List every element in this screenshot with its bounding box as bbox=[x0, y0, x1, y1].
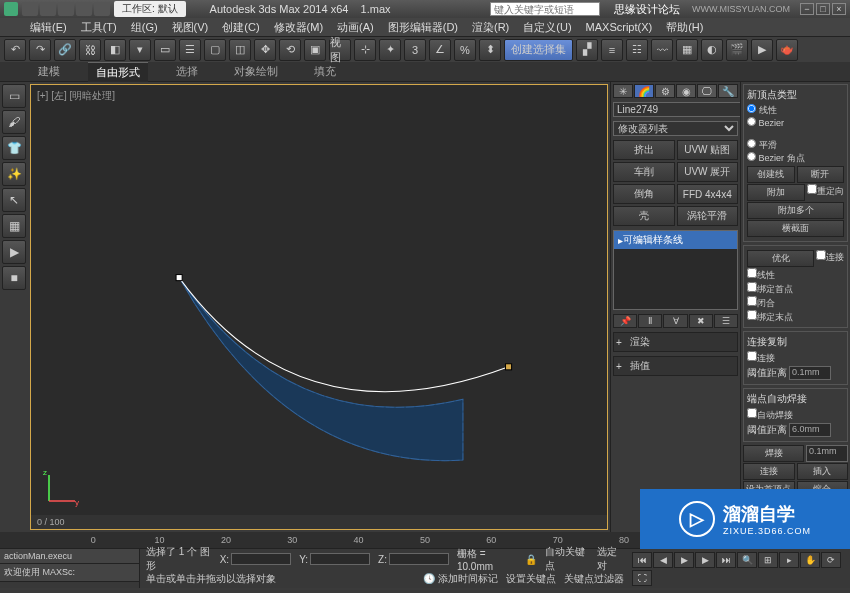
btn-extrude[interactable]: 挤出 bbox=[613, 140, 675, 160]
tab-hierarchy-icon[interactable]: ⚙ bbox=[655, 84, 675, 98]
stack-pin[interactable]: 📌 bbox=[613, 314, 637, 328]
tool-cursor[interactable]: ↖ bbox=[2, 188, 26, 212]
btn-attach[interactable]: 附加 bbox=[747, 184, 805, 201]
mirror-button[interactable]: ▞ bbox=[576, 39, 598, 61]
btn-turbosmooth[interactable]: 涡轮平滑 bbox=[677, 206, 739, 226]
next-frame[interactable]: ▶ bbox=[695, 552, 715, 568]
render-button[interactable]: 🫖 bbox=[776, 39, 798, 61]
redo-button[interactable]: ↷ bbox=[29, 39, 51, 61]
btn-weld[interactable]: 焊接 bbox=[743, 445, 804, 462]
btn-attach-multi[interactable]: 附加多个 bbox=[747, 202, 844, 219]
ref-coord[interactable]: 视图 bbox=[329, 39, 351, 61]
coord-y[interactable] bbox=[310, 553, 370, 565]
stack-config[interactable]: ☰ bbox=[714, 314, 738, 328]
qat-btn[interactable] bbox=[94, 2, 110, 16]
key-filter-button[interactable]: 关键点过滤器 bbox=[564, 572, 624, 586]
tab-model[interactable]: 建模 bbox=[30, 62, 68, 81]
menu-maxscript[interactable]: MAXScript(X) bbox=[586, 21, 653, 33]
menu-graph[interactable]: 图形编辑器(D) bbox=[388, 20, 458, 35]
select-button[interactable]: ▭ bbox=[154, 39, 176, 61]
tab-object-paint[interactable]: 对象绘制 bbox=[226, 62, 286, 81]
manip-button[interactable]: ✦ bbox=[379, 39, 401, 61]
tool-brush[interactable]: 🖌 bbox=[2, 110, 26, 134]
spin-threshold[interactable]: 0.1mm bbox=[789, 366, 831, 380]
coord-x[interactable] bbox=[231, 553, 291, 565]
radio-linear[interactable]: 线性 bbox=[747, 104, 840, 117]
object-name-input[interactable] bbox=[613, 102, 748, 117]
nav-zoom-all[interactable]: ⊞ bbox=[758, 552, 778, 568]
maximize-button[interactable]: □ bbox=[816, 3, 830, 15]
stack-remove[interactable]: ✖ bbox=[689, 314, 713, 328]
search-input[interactable] bbox=[490, 2, 600, 16]
undo-button[interactable]: ↶ bbox=[4, 39, 26, 61]
set-key-button[interactable]: 设置关键点 bbox=[506, 572, 556, 586]
menu-animation[interactable]: 动画(A) bbox=[337, 20, 374, 35]
stack-unique[interactable]: ∀ bbox=[663, 314, 687, 328]
tool-stop[interactable]: ■ bbox=[2, 266, 26, 290]
nav-max[interactable]: ⛶ bbox=[632, 570, 652, 586]
tab-display-icon[interactable]: 🖵 bbox=[697, 84, 717, 98]
qat-btn[interactable] bbox=[40, 2, 56, 16]
btn-shell[interactable]: 壳 bbox=[613, 206, 675, 226]
maxscript-line1[interactable]: actionMan.execu bbox=[0, 549, 139, 564]
render-setup[interactable]: 🎬 bbox=[726, 39, 748, 61]
btn-refine[interactable]: 优化 bbox=[747, 250, 814, 267]
unlink-button[interactable]: ⛓ bbox=[79, 39, 101, 61]
tool-shirt[interactable]: 👕 bbox=[2, 136, 26, 160]
workspace-selector[interactable]: 工作区: 默认 bbox=[114, 1, 186, 17]
chk-copy-connect[interactable]: 连接 bbox=[747, 351, 844, 365]
btn-break[interactable]: 断开 bbox=[797, 166, 845, 183]
menu-help[interactable]: 帮助(H) bbox=[666, 20, 703, 35]
tab-motion-icon[interactable]: ◉ bbox=[676, 84, 696, 98]
maxscript-line2[interactable]: 欢迎使用 MAXSc: bbox=[0, 564, 139, 582]
menu-tools[interactable]: 工具(T) bbox=[81, 20, 117, 35]
menu-edit[interactable]: 编辑(E) bbox=[30, 20, 67, 35]
window-crossing[interactable]: ◫ bbox=[229, 39, 251, 61]
help-search[interactable] bbox=[490, 2, 600, 16]
goto-start[interactable]: ⏮ bbox=[632, 552, 652, 568]
nav-orbit[interactable]: ⟳ bbox=[821, 552, 841, 568]
qat-btn[interactable] bbox=[76, 2, 92, 16]
btn-insert[interactable]: 插入 bbox=[797, 463, 849, 480]
modifier-list[interactable]: 修改器列表 bbox=[613, 121, 738, 136]
btn-lathe[interactable]: 车削 bbox=[613, 162, 675, 182]
named-sel-set[interactable]: 创建选择集 bbox=[504, 39, 573, 61]
snap-button[interactable]: 3 bbox=[404, 39, 426, 61]
minimize-button[interactable]: − bbox=[800, 3, 814, 15]
nav-fov[interactable]: ▸ bbox=[779, 552, 799, 568]
modifier-stack[interactable]: ▸ 可编辑样条线 bbox=[613, 230, 738, 310]
lock-icon[interactable]: 🔒 bbox=[525, 554, 537, 565]
select-name-button[interactable]: ☰ bbox=[179, 39, 201, 61]
menu-render[interactable]: 渲染(R) bbox=[472, 20, 509, 35]
tab-freeform[interactable]: 自由形式 bbox=[88, 62, 148, 82]
nav-zoom[interactable]: 🔍 bbox=[737, 552, 757, 568]
qat-btn[interactable] bbox=[22, 2, 38, 16]
tab-create-icon[interactable]: ✳ bbox=[613, 84, 633, 98]
menu-create[interactable]: 创建(C) bbox=[222, 20, 259, 35]
link-button[interactable]: 🔗 bbox=[54, 39, 76, 61]
prev-frame[interactable]: ◀ bbox=[653, 552, 673, 568]
tool-wand[interactable]: ✨ bbox=[2, 162, 26, 186]
curve-editor[interactable]: 〰 bbox=[651, 39, 673, 61]
spin-thresh2[interactable]: 6.0mm bbox=[789, 423, 831, 437]
tab-modify-icon[interactable]: 🌈 bbox=[634, 84, 654, 98]
angle-snap[interactable]: ∠ bbox=[429, 39, 451, 61]
align-button[interactable]: ≡ bbox=[601, 39, 623, 61]
chk-reorient[interactable]: 重定向 bbox=[807, 184, 844, 201]
btn-connect[interactable]: 连接 bbox=[743, 463, 795, 480]
chk-bind-first[interactable]: 绑定首点 bbox=[747, 282, 844, 296]
pivot-button[interactable]: ⊹ bbox=[354, 39, 376, 61]
coord-z[interactable] bbox=[389, 553, 449, 565]
btn-ffd[interactable]: FFD 4x4x4 bbox=[677, 184, 739, 204]
btn-create-line[interactable]: 创建线 bbox=[747, 166, 795, 183]
rollout-interp[interactable]: +插值 bbox=[613, 356, 738, 376]
move-button[interactable]: ✥ bbox=[254, 39, 276, 61]
select-filter[interactable]: ▾ bbox=[129, 39, 151, 61]
chk-autoweld[interactable]: 自动焊接 bbox=[747, 408, 844, 422]
radio-bcorner[interactable]: Bezier 角点 bbox=[747, 152, 840, 165]
chk-linear[interactable]: 线性 bbox=[747, 268, 844, 282]
layers-button[interactable]: ☷ bbox=[626, 39, 648, 61]
goto-end[interactable]: ⏭ bbox=[716, 552, 736, 568]
tool-select[interactable]: ▭ bbox=[2, 84, 26, 108]
play-button[interactable]: ▶ bbox=[674, 552, 694, 568]
